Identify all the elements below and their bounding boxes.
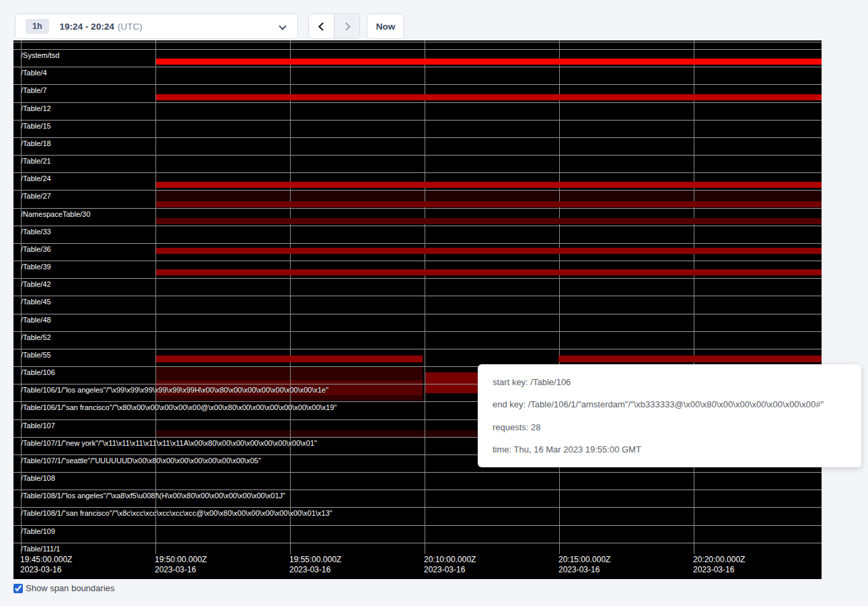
row-key-label: /Table/55 — [21, 351, 51, 359]
span-boundary-line — [13, 226, 822, 226]
tooltip-requests: requests: 28 — [493, 422, 846, 432]
heatmap-band[interactable] — [156, 182, 822, 188]
row-key-label: /Table/36 — [21, 245, 51, 253]
span-boundary-line — [13, 507, 822, 508]
row-key-label: /System/tsd — [21, 51, 59, 59]
row-key-label: /Table/45 — [21, 298, 51, 306]
span-boundary-line — [13, 137, 822, 138]
now-button[interactable]: Now — [367, 13, 404, 39]
key-visualizer-heatmap[interactable]: /System/tsd/Table/4/Table/7/Table/12/Tab… — [13, 40, 822, 579]
row-key-label: /NamespaceTable/30 — [21, 210, 90, 218]
heatmap-band[interactable] — [156, 218, 822, 224]
span-boundary-line — [13, 331, 822, 332]
span-boundary-line — [13, 49, 822, 50]
span-boundary-line — [13, 172, 822, 173]
row-key-label: /Table/106/1/"los angeles"/"\x99\x99\x99… — [21, 386, 328, 394]
row-key-label: /Table/106/1/"san francisco"/"\x80\x00\x… — [21, 403, 337, 411]
time-gridline — [559, 40, 560, 554]
span-boundary-line — [13, 278, 822, 279]
time-range-text: 19:24 - 20:24 — [60, 22, 114, 32]
toolbar: 1h 19:24 - 20:24 (UTC) Now — [0, 0, 868, 40]
row-key-label: /Table/107/1/"seattle"/"UUUUUUD\x00\x80\… — [21, 457, 261, 465]
span-boundary-line — [13, 349, 822, 349]
span-boundary-line — [13, 67, 822, 67]
row-key-label: /Table/48 — [21, 316, 51, 324]
time-gridline — [155, 40, 156, 554]
row-key-label: /Table/42 — [21, 280, 51, 288]
row-key-label: /Table/33 — [21, 228, 51, 236]
span-boundary-line — [13, 120, 822, 121]
row-key-label: /Table/4 — [21, 69, 47, 77]
row-key-label: /Table/107/1/"new york"/"\x11\x11\x11\x1… — [21, 439, 317, 447]
time-nav-group — [308, 13, 360, 39]
tooltip-start-key: start key: /Table/106 — [493, 377, 846, 387]
heatmap-band[interactable] — [156, 248, 822, 254]
row-key-label: /Table/109 — [21, 527, 55, 535]
time-range-badge: 1h — [26, 19, 49, 34]
heatmap-band[interactable] — [156, 201, 822, 207]
x-axis-tick-label: 20:20:00.000Z 2023-03-16 — [693, 555, 745, 575]
time-range-selector[interactable]: 1h 19:24 - 20:24 (UTC) — [15, 13, 298, 39]
span-boundary-line — [13, 314, 822, 314]
chevron-left-icon — [318, 22, 327, 31]
span-boundary-line — [13, 490, 822, 490]
x-axis-tick-label: 19:45:00.000Z 2023-03-16 — [20, 555, 72, 575]
row-key-label: /Table/7 — [21, 86, 47, 94]
time-gridline — [425, 40, 425, 554]
tooltip-end-key: end key: /Table/106/1/"amsterdam"/"\xb33… — [493, 399, 846, 409]
row-key-label: /Table/12 — [21, 104, 51, 112]
row-key-label: /Table/108 — [21, 474, 55, 482]
heatmap-tooltip: start key: /Table/106 end key: /Table/10… — [478, 364, 861, 467]
span-boundary-line — [13, 84, 822, 85]
next-time-button-disabled[interactable] — [334, 14, 359, 38]
row-key-label: /Table/39 — [21, 263, 51, 271]
row-key-label: /Table/111/1 — [21, 545, 60, 553]
row-key-label: /Table/108/1/"san francisco"/"\x8c\xcc\x… — [21, 509, 332, 517]
row-key-label: /Table/107 — [21, 422, 55, 430]
chevron-right-icon — [342, 22, 351, 31]
span-boundary-line — [13, 102, 822, 103]
row-key-label: /Table/18 — [21, 139, 51, 147]
span-boundary-line — [13, 243, 822, 244]
heatmap-band[interactable] — [156, 356, 423, 362]
show-span-boundaries-label: Show span boundaries — [26, 583, 114, 593]
x-axis-tick-label: 20:15:00.000Z 2023-03-16 — [558, 555, 610, 575]
row-key-label: /Table/108/1/"los angeles"/"\xa8\xf5\u00… — [21, 492, 285, 500]
footer: Show span boundaries — [13, 583, 114, 593]
row-key-label: /Table/21 — [21, 157, 51, 165]
span-boundary-line — [13, 296, 822, 296]
span-boundary-line — [13, 155, 822, 156]
time-gridline — [290, 40, 291, 554]
time-range-suffix: (UTC) — [118, 22, 143, 32]
span-boundary-line — [13, 261, 822, 261]
heatmap-band[interactable] — [156, 59, 822, 65]
row-key-label: /Table/106 — [21, 368, 55, 376]
x-axis-tick-label: 19:50:00.000Z 2023-03-16 — [155, 555, 207, 575]
row-key-label: /Table/27 — [21, 192, 51, 200]
span-boundary-line — [13, 42, 822, 42]
tooltip-time: time: Thu, 16 Mar 2023 19:55:00 GMT — [493, 444, 846, 454]
x-axis-tick-label: 20:10:00.000Z 2023-03-16 — [424, 555, 476, 575]
heatmap-band[interactable] — [156, 269, 822, 275]
row-key-label: /Table/24 — [21, 174, 51, 182]
show-span-boundaries-checkbox[interactable] — [13, 584, 23, 593]
prev-time-button[interactable] — [309, 14, 334, 38]
x-axis-tick-label: 19:55:00.000Z 2023-03-16 — [289, 555, 341, 575]
span-boundary-line — [13, 525, 822, 526]
time-gridline — [694, 40, 694, 554]
chevron-down-icon — [279, 22, 286, 30]
heatmap-band[interactable] — [558, 356, 822, 362]
span-boundary-line — [13, 543, 822, 543]
row-key-label: /Table/15 — [21, 122, 51, 130]
span-boundary-line — [13, 190, 822, 191]
span-boundary-line — [13, 472, 822, 473]
span-boundary-line — [13, 208, 822, 209]
row-key-label: /Table/52 — [21, 333, 51, 341]
heatmap-band[interactable] — [156, 94, 822, 100]
